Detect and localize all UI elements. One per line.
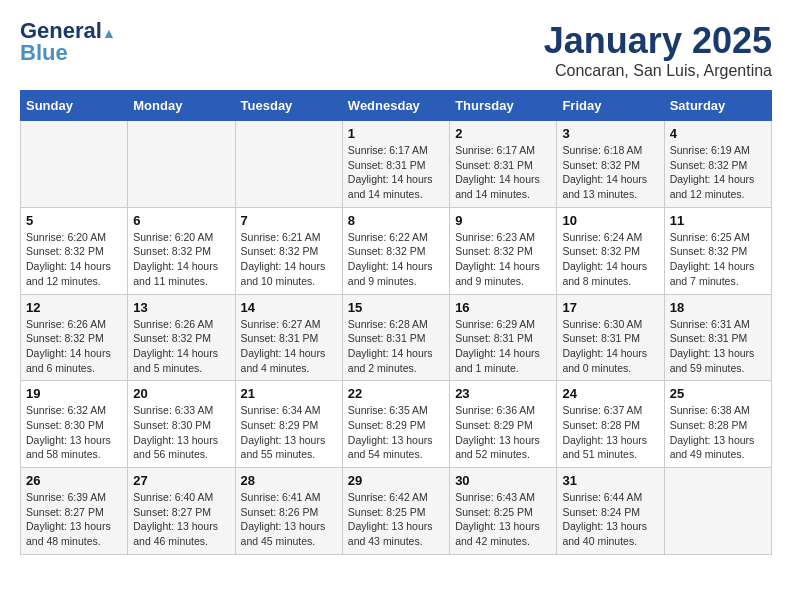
day-number: 8 <box>348 213 444 228</box>
day-info: Sunrise: 6:42 AM Sunset: 8:25 PM Dayligh… <box>348 490 444 549</box>
day-info: Sunrise: 6:20 AM Sunset: 8:32 PM Dayligh… <box>133 230 229 289</box>
column-header-wednesday: Wednesday <box>342 91 449 121</box>
day-info: Sunrise: 6:17 AM Sunset: 8:31 PM Dayligh… <box>348 143 444 202</box>
calendar-cell: 18Sunrise: 6:31 AM Sunset: 8:31 PM Dayli… <box>664 294 771 381</box>
day-number: 22 <box>348 386 444 401</box>
day-info: Sunrise: 6:18 AM Sunset: 8:32 PM Dayligh… <box>562 143 658 202</box>
calendar-cell: 22Sunrise: 6:35 AM Sunset: 8:29 PM Dayli… <box>342 381 449 468</box>
title-block: January 2025 Concaran, San Luis, Argenti… <box>544 20 772 80</box>
day-info: Sunrise: 6:36 AM Sunset: 8:29 PM Dayligh… <box>455 403 551 462</box>
calendar-cell: 29Sunrise: 6:42 AM Sunset: 8:25 PM Dayli… <box>342 468 449 555</box>
day-number: 30 <box>455 473 551 488</box>
column-header-tuesday: Tuesday <box>235 91 342 121</box>
column-header-saturday: Saturday <box>664 91 771 121</box>
day-number: 26 <box>26 473 122 488</box>
column-header-thursday: Thursday <box>450 91 557 121</box>
calendar-cell: 14Sunrise: 6:27 AM Sunset: 8:31 PM Dayli… <box>235 294 342 381</box>
day-info: Sunrise: 6:25 AM Sunset: 8:32 PM Dayligh… <box>670 230 766 289</box>
day-info: Sunrise: 6:41 AM Sunset: 8:26 PM Dayligh… <box>241 490 337 549</box>
calendar-cell: 25Sunrise: 6:38 AM Sunset: 8:28 PM Dayli… <box>664 381 771 468</box>
day-info: Sunrise: 6:31 AM Sunset: 8:31 PM Dayligh… <box>670 317 766 376</box>
day-number: 16 <box>455 300 551 315</box>
day-info: Sunrise: 6:24 AM Sunset: 8:32 PM Dayligh… <box>562 230 658 289</box>
calendar-cell: 5Sunrise: 6:20 AM Sunset: 8:32 PM Daylig… <box>21 207 128 294</box>
calendar-cell: 2Sunrise: 6:17 AM Sunset: 8:31 PM Daylig… <box>450 121 557 208</box>
calendar-cell: 30Sunrise: 6:43 AM Sunset: 8:25 PM Dayli… <box>450 468 557 555</box>
day-number: 12 <box>26 300 122 315</box>
day-info: Sunrise: 6:33 AM Sunset: 8:30 PM Dayligh… <box>133 403 229 462</box>
column-header-friday: Friday <box>557 91 664 121</box>
day-info: Sunrise: 6:20 AM Sunset: 8:32 PM Dayligh… <box>26 230 122 289</box>
day-number: 20 <box>133 386 229 401</box>
calendar-cell: 26Sunrise: 6:39 AM Sunset: 8:27 PM Dayli… <box>21 468 128 555</box>
day-info: Sunrise: 6:37 AM Sunset: 8:28 PM Dayligh… <box>562 403 658 462</box>
calendar-cell <box>128 121 235 208</box>
calendar-cell: 8Sunrise: 6:22 AM Sunset: 8:32 PM Daylig… <box>342 207 449 294</box>
day-info: Sunrise: 6:26 AM Sunset: 8:32 PM Dayligh… <box>26 317 122 376</box>
logo: General▲ Blue <box>20 20 116 64</box>
day-number: 27 <box>133 473 229 488</box>
calendar-cell: 31Sunrise: 6:44 AM Sunset: 8:24 PM Dayli… <box>557 468 664 555</box>
page-header: General▲ Blue January 2025 Concaran, San… <box>20 20 772 80</box>
week-row: 5Sunrise: 6:20 AM Sunset: 8:32 PM Daylig… <box>21 207 772 294</box>
week-row: 19Sunrise: 6:32 AM Sunset: 8:30 PM Dayli… <box>21 381 772 468</box>
day-info: Sunrise: 6:21 AM Sunset: 8:32 PM Dayligh… <box>241 230 337 289</box>
day-number: 2 <box>455 126 551 141</box>
month-title: January 2025 <box>544 20 772 62</box>
logo-text: General▲ Blue <box>20 20 116 64</box>
day-number: 21 <box>241 386 337 401</box>
day-info: Sunrise: 6:44 AM Sunset: 8:24 PM Dayligh… <box>562 490 658 549</box>
calendar-cell: 1Sunrise: 6:17 AM Sunset: 8:31 PM Daylig… <box>342 121 449 208</box>
day-number: 14 <box>241 300 337 315</box>
day-info: Sunrise: 6:38 AM Sunset: 8:28 PM Dayligh… <box>670 403 766 462</box>
day-number: 5 <box>26 213 122 228</box>
week-row: 12Sunrise: 6:26 AM Sunset: 8:32 PM Dayli… <box>21 294 772 381</box>
day-info: Sunrise: 6:34 AM Sunset: 8:29 PM Dayligh… <box>241 403 337 462</box>
week-row: 26Sunrise: 6:39 AM Sunset: 8:27 PM Dayli… <box>21 468 772 555</box>
day-number: 24 <box>562 386 658 401</box>
column-header-sunday: Sunday <box>21 91 128 121</box>
calendar-cell: 6Sunrise: 6:20 AM Sunset: 8:32 PM Daylig… <box>128 207 235 294</box>
day-number: 17 <box>562 300 658 315</box>
day-number: 7 <box>241 213 337 228</box>
day-info: Sunrise: 6:35 AM Sunset: 8:29 PM Dayligh… <box>348 403 444 462</box>
day-number: 9 <box>455 213 551 228</box>
day-number: 4 <box>670 126 766 141</box>
calendar-cell <box>21 121 128 208</box>
day-number: 3 <box>562 126 658 141</box>
day-info: Sunrise: 6:32 AM Sunset: 8:30 PM Dayligh… <box>26 403 122 462</box>
day-info: Sunrise: 6:29 AM Sunset: 8:31 PM Dayligh… <box>455 317 551 376</box>
calendar-cell: 19Sunrise: 6:32 AM Sunset: 8:30 PM Dayli… <box>21 381 128 468</box>
day-number: 11 <box>670 213 766 228</box>
day-number: 19 <box>26 386 122 401</box>
calendar-cell: 9Sunrise: 6:23 AM Sunset: 8:32 PM Daylig… <box>450 207 557 294</box>
day-info: Sunrise: 6:19 AM Sunset: 8:32 PM Dayligh… <box>670 143 766 202</box>
day-number: 31 <box>562 473 658 488</box>
calendar-cell: 28Sunrise: 6:41 AM Sunset: 8:26 PM Dayli… <box>235 468 342 555</box>
day-info: Sunrise: 6:30 AM Sunset: 8:31 PM Dayligh… <box>562 317 658 376</box>
day-number: 18 <box>670 300 766 315</box>
day-info: Sunrise: 6:23 AM Sunset: 8:32 PM Dayligh… <box>455 230 551 289</box>
day-info: Sunrise: 6:40 AM Sunset: 8:27 PM Dayligh… <box>133 490 229 549</box>
day-info: Sunrise: 6:39 AM Sunset: 8:27 PM Dayligh… <box>26 490 122 549</box>
day-number: 1 <box>348 126 444 141</box>
calendar-cell: 23Sunrise: 6:36 AM Sunset: 8:29 PM Dayli… <box>450 381 557 468</box>
calendar-cell <box>664 468 771 555</box>
location-title: Concaran, San Luis, Argentina <box>544 62 772 80</box>
day-number: 25 <box>670 386 766 401</box>
calendar-cell: 4Sunrise: 6:19 AM Sunset: 8:32 PM Daylig… <box>664 121 771 208</box>
week-row: 1Sunrise: 6:17 AM Sunset: 8:31 PM Daylig… <box>21 121 772 208</box>
calendar-cell: 7Sunrise: 6:21 AM Sunset: 8:32 PM Daylig… <box>235 207 342 294</box>
day-number: 29 <box>348 473 444 488</box>
calendar-cell: 12Sunrise: 6:26 AM Sunset: 8:32 PM Dayli… <box>21 294 128 381</box>
calendar-cell: 21Sunrise: 6:34 AM Sunset: 8:29 PM Dayli… <box>235 381 342 468</box>
day-info: Sunrise: 6:43 AM Sunset: 8:25 PM Dayligh… <box>455 490 551 549</box>
day-number: 23 <box>455 386 551 401</box>
day-info: Sunrise: 6:27 AM Sunset: 8:31 PM Dayligh… <box>241 317 337 376</box>
column-header-monday: Monday <box>128 91 235 121</box>
day-info: Sunrise: 6:28 AM Sunset: 8:31 PM Dayligh… <box>348 317 444 376</box>
day-number: 10 <box>562 213 658 228</box>
calendar-cell: 3Sunrise: 6:18 AM Sunset: 8:32 PM Daylig… <box>557 121 664 208</box>
calendar-cell: 10Sunrise: 6:24 AM Sunset: 8:32 PM Dayli… <box>557 207 664 294</box>
calendar-cell <box>235 121 342 208</box>
